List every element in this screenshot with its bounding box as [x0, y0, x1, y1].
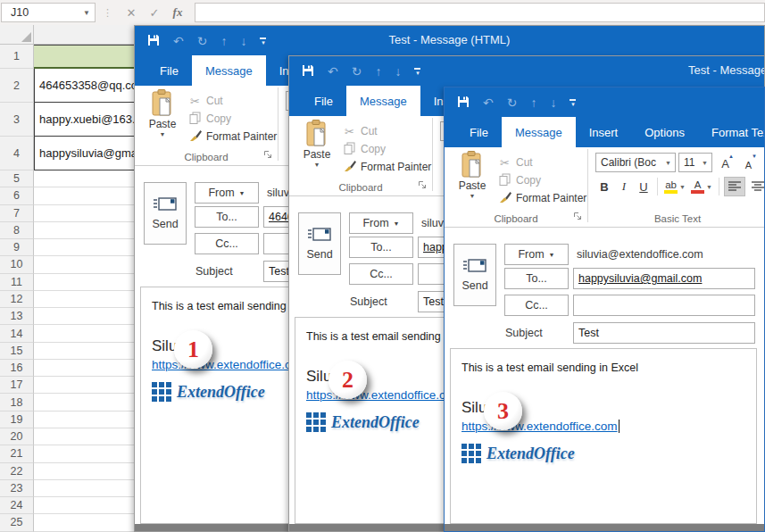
tab-file[interactable]: File [301, 86, 346, 116]
row-header-17[interactable]: 17 [0, 377, 34, 394]
insert-function-icon[interactable]: fx [166, 5, 189, 20]
copy-button[interactable]: Copy [188, 110, 277, 128]
cut-button[interactable]: ✂ Cut [188, 92, 277, 110]
title-bar[interactable]: ↶ ↻ ↑ ↓ ▾ Test - Message (HTML) [135, 26, 764, 55]
redo-icon[interactable]: ↻ [507, 96, 518, 109]
bold-button[interactable]: B [595, 177, 613, 196]
select-all-button[interactable] [0, 25, 34, 45]
font-name-select[interactable]: Calibri (Boc ▼ [595, 153, 676, 172]
cc-button[interactable]: Cc... [349, 263, 413, 285]
row-header-16[interactable]: 16 [0, 360, 34, 377]
to-button[interactable]: To... [195, 206, 259, 228]
tab-file[interactable]: File [456, 117, 502, 147]
from-button[interactable]: From ▼ [195, 182, 259, 204]
cut-button[interactable]: ✂ Cut [343, 122, 431, 140]
font-size-select[interactable]: 11 ▼ [678, 153, 712, 172]
cc-button[interactable]: Cc... [504, 295, 569, 316]
dialog-launcher-icon[interactable] [573, 208, 582, 224]
up-arrow-icon[interactable]: ↑ [375, 65, 381, 78]
row-header-19[interactable]: 19 [0, 411, 34, 428]
row-header-10[interactable]: 10 [0, 256, 34, 273]
save-icon[interactable] [302, 64, 314, 79]
row-header-21[interactable]: 21 [0, 445, 34, 462]
message-body[interactable]: This is a test email sending in Excel Si… [450, 348, 757, 524]
to-button[interactable]: To... [504, 268, 569, 289]
up-arrow-icon[interactable]: ↑ [530, 96, 536, 109]
row-header-14[interactable]: 14 [0, 325, 34, 342]
tab-insert[interactable]: Insert [576, 117, 632, 147]
formula-input[interactable] [195, 3, 765, 22]
down-arrow-icon[interactable]: ↓ [550, 96, 556, 109]
dialog-launcher-icon[interactable] [263, 146, 272, 162]
font-name-dropdown-icon[interactable]: ▼ [661, 160, 675, 166]
title-bar[interactable]: ↶ ↻ ↑ ↓ ▾ Test - Message (HTML) [289, 56, 764, 86]
highlight-button[interactable]: ab ▼ [662, 177, 687, 196]
highlight-dropdown-icon[interactable]: ▼ [679, 184, 686, 190]
to-button[interactable]: To... [349, 237, 413, 258]
cancel-icon[interactable]: ✕ [120, 6, 143, 20]
customize-quick-access-icon[interactable]: ▾ [570, 99, 576, 105]
paste-dropdown-icon[interactable]: ▼ [314, 162, 320, 168]
tab-message[interactable]: Message [502, 117, 576, 147]
from-button[interactable]: From ▼ [349, 212, 413, 234]
send-button[interactable]: Send [298, 212, 341, 275]
underline-button[interactable]: U [635, 177, 653, 196]
tab-message[interactable]: Message [192, 55, 266, 86]
send-button[interactable]: Send [453, 244, 496, 306]
window-bottom-edge[interactable] [445, 524, 764, 531]
row-header-6[interactable]: 6 [0, 187, 34, 204]
save-icon[interactable] [457, 96, 470, 110]
grow-font-button[interactable]: A▲ [715, 153, 736, 172]
row-header-1[interactable]: 1 [0, 45, 34, 69]
cc-button[interactable]: Cc... [195, 233, 259, 254]
paste-dropdown-icon[interactable]: ▼ [470, 193, 476, 199]
title-bar[interactable]: ↶ ↻ ↑ ↓ ▾ Test - Message (HTML) [445, 87, 764, 117]
row-header-9[interactable]: 9 [0, 239, 34, 256]
align-left-button[interactable] [724, 177, 745, 196]
tab-file[interactable]: File [146, 55, 192, 86]
undo-icon[interactable]: ↶ [483, 96, 494, 109]
format-painter-button[interactable]: Format Painter [343, 158, 431, 176]
row-header-20[interactable]: 20 [0, 428, 34, 445]
customize-quick-access-icon[interactable]: ▾ [414, 68, 420, 74]
row-header-23[interactable]: 23 [0, 480, 34, 497]
paste-button[interactable]: Paste ▼ [452, 151, 493, 208]
row-header-4[interactable]: 4 [0, 137, 34, 170]
align-center-button[interactable] [747, 177, 764, 196]
row-header-7[interactable]: 7 [0, 205, 34, 222]
row-header-15[interactable]: 15 [0, 343, 34, 360]
paste-button[interactable]: Paste ▼ [142, 89, 183, 146]
paste-button[interactable]: Paste ▼ [296, 120, 337, 177]
name-box[interactable]: J10 ▼ [1, 3, 96, 22]
paste-dropdown-icon[interactable]: ▼ [160, 131, 166, 137]
name-box-dropdown-icon[interactable]: ▼ [83, 9, 90, 17]
format-painter-button[interactable]: Format Painter [498, 189, 586, 207]
row-header-24[interactable]: 24 [0, 497, 34, 514]
dialog-launcher-icon[interactable] [418, 177, 427, 193]
tab-message[interactable]: Message [346, 86, 420, 116]
row-header-2[interactable]: 2 [0, 69, 34, 103]
tab-format-text[interactable]: Format Text [698, 117, 764, 147]
down-arrow-icon[interactable]: ↓ [395, 65, 401, 78]
font-color-button[interactable]: A ▼ [689, 177, 714, 196]
to-input[interactable]: happysiluvia@gmail.com [573, 268, 755, 289]
format-painter-button[interactable]: Format Painter [188, 128, 277, 145]
row-header-3[interactable]: 3 [0, 103, 34, 137]
subject-input[interactable]: Test [573, 322, 755, 344]
row-header-5[interactable]: 5 [0, 170, 34, 187]
tab-options[interactable]: Options [631, 117, 698, 147]
font-color-dropdown-icon[interactable]: ▼ [706, 184, 712, 190]
italic-button[interactable]: I [615, 177, 633, 196]
font-size-dropdown-icon[interactable]: ▼ [698, 160, 711, 166]
cc-input[interactable] [573, 295, 755, 316]
send-button[interactable]: Send [144, 182, 187, 245]
copy-button[interactable]: Copy [498, 171, 586, 189]
copy-button[interactable]: Copy [343, 140, 431, 158]
redo-icon[interactable]: ↻ [352, 65, 362, 78]
row-header-13[interactable]: 13 [0, 308, 34, 325]
row-header-22[interactable]: 22 [0, 463, 34, 480]
row-header-25[interactable]: 25 [0, 514, 34, 531]
shrink-font-button[interactable]: A▼ [738, 153, 759, 172]
enter-icon[interactable]: ✓ [143, 6, 166, 20]
row-header-8[interactable]: 8 [0, 222, 34, 239]
